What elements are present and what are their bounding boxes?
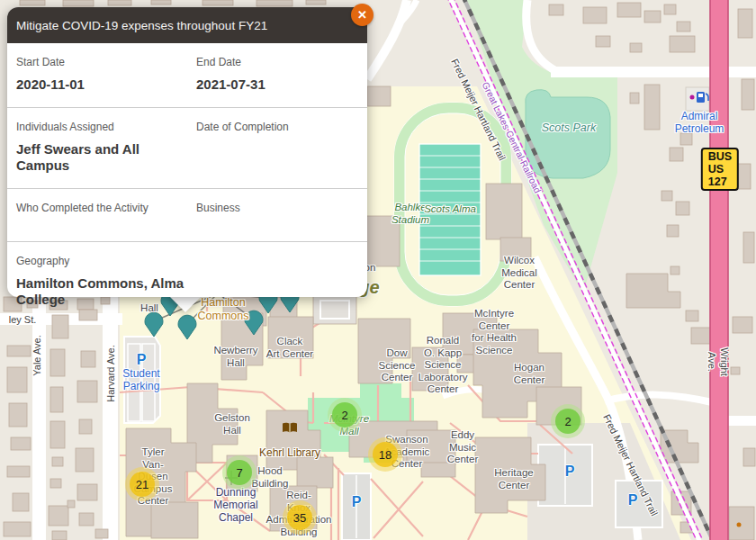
field-business: Business (196, 202, 358, 236)
cluster-marker-21[interactable]: 21 (125, 467, 159, 501)
cluster-count: 35 (287, 505, 312, 530)
popup-title: Mitigate COVID-19 expenses throughout FY… (7, 7, 367, 43)
field-value: 2021-07-31 (196, 76, 358, 93)
field-who-completed: Who Completed the Activity (16, 202, 196, 236)
field-label: Geography (16, 255, 196, 267)
field-value (196, 141, 358, 155)
field-value: Jeff Swears and All Campus (16, 141, 196, 174)
field-label: End Date (196, 56, 358, 68)
poi-dot (737, 523, 742, 527)
field-date-of-completion: Date of Completion (196, 121, 358, 174)
parking-icon: P (628, 492, 638, 508)
cluster-count: 18 (373, 442, 398, 467)
parking-icon: P (565, 464, 575, 480)
cluster-marker-2a[interactable]: 2 (328, 398, 362, 432)
cluster-count: 2 (555, 409, 580, 434)
parking-icon: P (352, 494, 362, 510)
highway-us127 (710, 0, 728, 540)
popup-row-dates: Start Date 2020-11-01 End Date 2021-07-3… (7, 43, 367, 108)
fuel-icon (688, 90, 710, 108)
field-label: Who Completed the Activity (16, 202, 196, 214)
field-label: Business (196, 202, 358, 214)
popup-row-assigned: Individuals Assigned Jeff Swears and All… (7, 108, 367, 189)
field-value: 2020-11-01 (16, 76, 196, 93)
book-icon (282, 421, 298, 437)
field-geography: Geography Hamilton Commons, Alma College (16, 255, 196, 308)
field-label: Date of Completion (196, 121, 358, 133)
cluster-marker-35[interactable]: 35 (283, 500, 317, 535)
field-value (196, 222, 358, 236)
cluster-count: 7 (227, 460, 252, 485)
field-individuals-assigned: Individuals Assigned Jeff Swears and All… (16, 121, 196, 174)
field-label: Individuals Assigned (16, 121, 196, 133)
field-label: Start Date (16, 56, 196, 68)
close-icon[interactable]: ✕ (351, 4, 374, 26)
popup-row-completion: Who Completed the Activity Business (7, 189, 367, 242)
cluster-marker-2b[interactable]: 2 (551, 404, 585, 438)
cluster-marker-18[interactable]: 18 (368, 437, 402, 472)
parking-icon: P (137, 352, 147, 368)
cluster-marker-7[interactable]: 7 (222, 455, 256, 490)
route-shield-bus-us-127: BUS US 127 (701, 148, 739, 191)
popup-row-geography: Geography Hamilton Commons, Alma College (7, 242, 367, 322)
field-value: Hamilton Commons, Alma College (16, 275, 196, 308)
field-value (16, 222, 196, 236)
cluster-count: 2 (332, 402, 357, 428)
field-start-date: Start Date 2020-11-01 (16, 56, 196, 93)
cluster-count: 21 (130, 472, 155, 497)
popup: ✕ Mitigate COVID-19 expenses throughout … (7, 7, 367, 297)
map-canvas[interactable]: Hall Hamilton Commons Newberry Hall Clac… (0, 0, 756, 540)
field-end-date: End Date 2021-07-31 (196, 56, 358, 93)
